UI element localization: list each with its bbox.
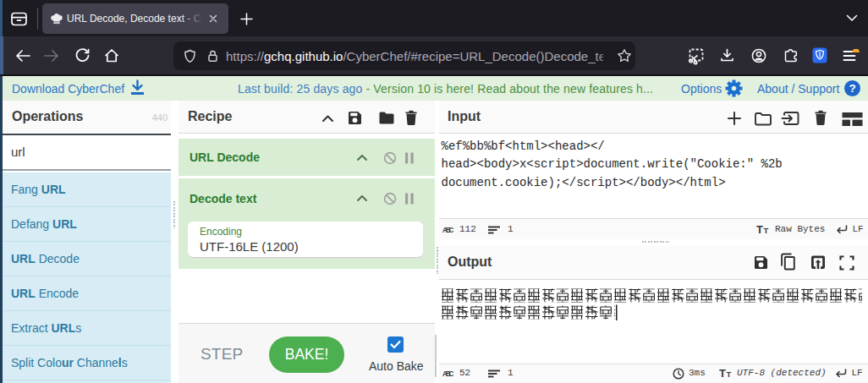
svg-text:ABC: ABC <box>442 227 454 233</box>
svg-text:T: T <box>756 223 763 235</box>
svg-text:ABC: ABC <box>442 370 454 377</box>
svg-text:T: T <box>719 367 726 379</box>
svg-text:T: T <box>764 226 769 235</box>
svg-text:?: ? <box>849 82 855 95</box>
svg-text:T: T <box>727 369 732 379</box>
